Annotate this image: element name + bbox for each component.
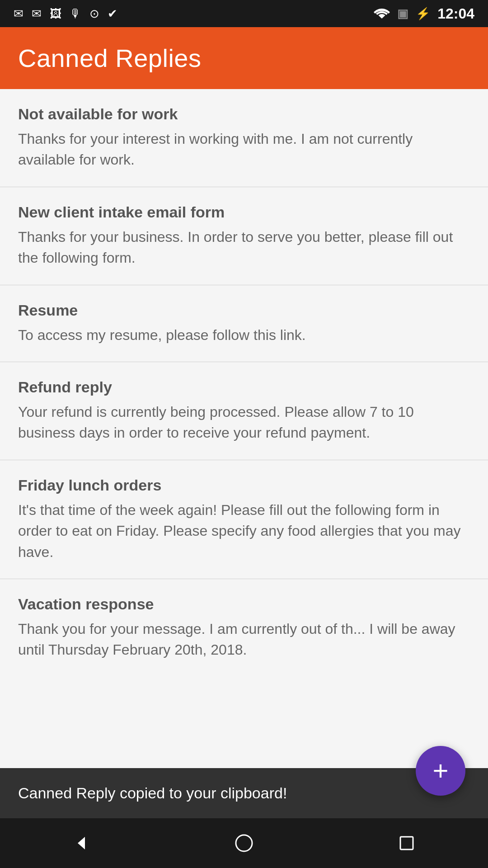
globe-icon: ⊙	[89, 7, 99, 21]
navigation-bar	[0, 818, 488, 868]
svg-marker-0	[78, 837, 85, 849]
gmail-icon-2: ✉	[32, 7, 42, 21]
back-button[interactable]	[71, 833, 91, 853]
svg-point-1	[236, 835, 252, 851]
recents-button[interactable]	[397, 833, 417, 853]
home-button[interactable]	[234, 833, 254, 853]
snackbar-message: Canned Reply copied to your clipboard!	[18, 784, 287, 802]
list-item[interactable]: New client intake email form Thanks for …	[0, 187, 488, 285]
list-item[interactable]: Vacation response Thank you for your mes…	[0, 579, 488, 677]
list-item[interactable]: Not available for work Thanks for your i…	[0, 89, 488, 187]
app-bar: Canned Replies	[0, 27, 488, 89]
app-bar-title: Canned Replies	[18, 43, 201, 73]
list-item[interactable]: Resume To access my resume, please follo…	[0, 285, 488, 362]
signal-icon: ▣	[397, 7, 408, 21]
status-bar: ✉ ✉ 🖼 🎙 ⊙ ✔ ▣ ⚡ 12:04	[0, 0, 488, 27]
svg-rect-2	[400, 837, 413, 849]
image-icon: 🖼	[50, 7, 61, 21]
item-title: Not available for work	[18, 105, 470, 123]
battery-icon: ⚡	[416, 7, 430, 21]
item-body: Thank you for your message. I am current…	[18, 618, 470, 660]
item-title: Friday lunch orders	[18, 476, 470, 494]
add-icon: +	[432, 757, 448, 784]
status-bar-icons: ✉ ✉ 🖼 🎙 ⊙ ✔	[14, 7, 117, 21]
mic-icon: 🎙	[70, 7, 81, 21]
item-title: Refund reply	[18, 378, 470, 396]
status-bar-right: ▣ ⚡ 12:04	[374, 5, 474, 22]
item-title: New client intake email form	[18, 203, 470, 221]
wifi-icon	[374, 6, 390, 22]
gmail-icon: ✉	[14, 7, 23, 21]
item-title: Vacation response	[18, 595, 470, 613]
item-body: Thanks for your interest in working with…	[18, 128, 470, 170]
list-item[interactable]: Refund reply Your refund is currently be…	[0, 362, 488, 460]
canned-replies-list: Not available for work Thanks for your i…	[0, 89, 488, 768]
snackbar: Canned Reply copied to your clipboard!	[0, 768, 488, 818]
item-title: Resume	[18, 302, 470, 319]
item-body: To access my resume, please follow this …	[18, 325, 470, 345]
list-item[interactable]: Friday lunch orders It's that time of th…	[0, 460, 488, 579]
item-body: Thanks for your business. In order to se…	[18, 226, 470, 269]
item-body: Your refund is currently being processed…	[18, 401, 470, 443]
status-time: 12:04	[437, 5, 474, 22]
check-icon: ✔	[108, 7, 117, 21]
item-body: It's that time of the week again! Please…	[18, 500, 470, 562]
add-reply-fab[interactable]: +	[416, 746, 465, 796]
